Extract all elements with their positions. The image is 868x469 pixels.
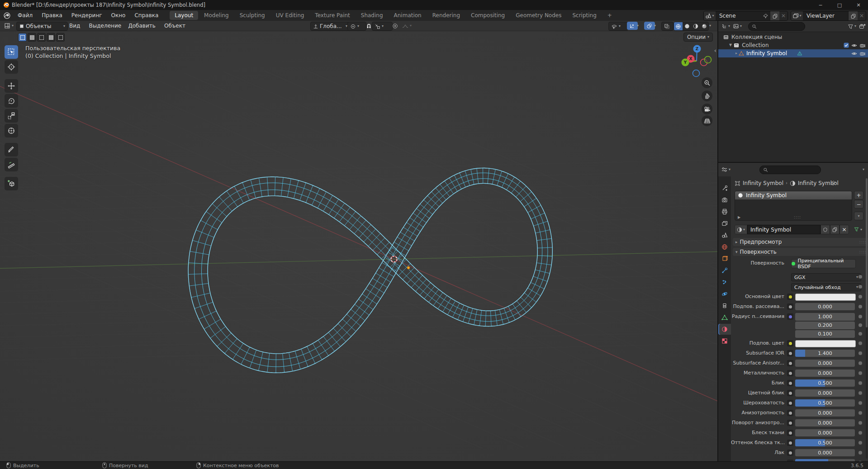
value-slider[interactable]: 0.000 [795,303,855,310]
node-socket[interactable] [787,370,793,376]
shading-material-button[interactable] [691,24,700,29]
maximize-button[interactable]: □ [830,0,849,10]
value-slider[interactable]: 0.000 [795,370,855,377]
decorator-dot[interactable] [859,421,862,425]
value-slider[interactable]: 1.400 [795,350,855,357]
visibility-dropdown[interactable]: ▾ [608,22,628,31]
navigation-gizmo[interactable]: ZXY [676,41,718,83]
value-slider[interactable]: 0.500 [795,379,855,387]
resize-grip[interactable]: :::: [794,215,801,219]
material-name-field[interactable]: Infinity Symbol [747,225,821,234]
new-collection-icon[interactable] [859,23,866,29]
viewlayer-icon[interactable]: ▾ [791,11,803,20]
camera-view-icon[interactable] [702,104,712,114]
tool-transform[interactable] [5,124,18,137]
properties-tab-particles[interactable] [718,277,731,288]
decorator-dot[interactable] [859,381,862,385]
camera-icon[interactable] [859,51,865,57]
node-socket[interactable] [787,303,793,310]
ortho-grid-icon[interactable] [702,115,712,126]
pin-icon[interactable] [761,11,770,20]
tool-annotate[interactable] [5,143,18,156]
scene-selector[interactable]: ▾ Scene ✕ [703,11,788,21]
properties-tab-viewlayer[interactable] [718,218,731,229]
scene-name[interactable]: Scene [716,13,761,19]
node-socket[interactable] [787,294,793,300]
fake-user-shield-icon[interactable] [821,225,830,234]
node-socket[interactable] [787,340,793,346]
decorator-dot[interactable] [859,323,862,327]
xray-toggle[interactable] [661,22,674,31]
tool-move[interactable] [5,79,18,93]
color-swatch[interactable] [795,294,856,301]
decorator-dot[interactable] [859,401,862,405]
expand-arrow-icon[interactable]: ▸ [735,52,737,55]
select-mode-extend[interactable] [28,33,36,42]
copy-icon[interactable] [848,11,858,20]
viewport-canvas[interactable] [0,31,717,461]
workspace-tab-uv-editing[interactable]: UV Editing [271,11,309,20]
workspace-tab-rendering[interactable]: Rendering [427,11,465,20]
proportional-edit-button[interactable] [390,22,401,30]
close-button[interactable]: ✕ [849,0,868,10]
properties-tab-modifiers[interactable] [718,265,731,276]
value-slider[interactable]: 0.500 [795,439,855,446]
node-socket[interactable] [787,400,793,406]
properties-scrollbar-thumb[interactable] [866,178,868,327]
node-socket[interactable] [787,430,793,436]
properties-tab-texture[interactable] [718,336,731,346]
add-slot-button[interactable]: + [854,191,863,199]
outliner[interactable]: ▾ ▾ ▾ Коллекция сцены▼Collection▸Infinit… [718,21,868,163]
properties-tab-data[interactable] [718,312,731,323]
properties-tab-object[interactable] [718,253,731,264]
pin-icon[interactable] [830,180,836,186]
material-browse-dropdown[interactable]: ▾ [735,225,747,234]
properties-tab-tool[interactable] [718,183,731,194]
select-mode-intersect[interactable] [56,33,65,42]
viewport-menu-Вид[interactable]: Вид [66,22,83,30]
gizmos-dropdown[interactable]: ▾ [636,22,640,30]
blender-menu-logo-icon[interactable] [4,12,10,19]
copy-icon[interactable] [770,11,779,20]
slot-specials-dropdown[interactable]: ▾ [854,212,863,220]
node-socket[interactable] [787,390,793,396]
panel-surface[interactable]: ▾ Поверхность :::: [733,248,868,256]
properties-tab-material[interactable] [718,324,731,335]
tool-cursor[interactable] [5,60,18,74]
color-swatch[interactable] [795,340,856,347]
decorator-dot[interactable] [859,305,862,308]
decorator-dot[interactable] [859,371,862,375]
shading-rendered-button[interactable] [700,24,708,29]
tool-rotate[interactable] [5,94,18,108]
workspace-tab-shading[interactable]: Shading [356,11,388,20]
select-mode-new[interactable] [18,33,27,42]
remove-slot-button[interactable]: − [854,200,863,208]
node-socket[interactable] [787,360,793,366]
node-socket[interactable] [787,410,793,416]
decorator-dot[interactable] [859,431,862,435]
options-dropdown[interactable]: Опции▾ [683,33,713,42]
workspace-tab-texture-paint[interactable]: Texture Paint [310,11,355,20]
viewlayer-name[interactable]: ViewLayer [803,13,848,19]
decorator-dot[interactable] [859,391,862,395]
add-workspace-button[interactable]: + [602,11,617,20]
breadcrumb-object[interactable]: Infinity Symbol [743,180,783,186]
falloff-dropdown[interactable]: ▾ [400,22,417,30]
node-socket[interactable] [787,450,793,456]
outliner-row-коллекция-сцены[interactable]: Коллекция сцены [718,33,868,41]
workspace-tab-animation[interactable]: Animation [389,11,427,20]
viewport-menu-Выделение[interactable]: Выделение [86,22,124,30]
minimize-button[interactable]: ─ [811,0,830,10]
value-slider[interactable]: 0.000 [795,429,855,436]
workspace-tab-scripting[interactable]: Scripting [567,11,601,20]
zoom-icon[interactable] [702,77,712,88]
value-slider[interactable]: 0.100 [795,330,855,338]
properties-tab-constraints[interactable] [718,300,731,311]
value-slider[interactable]: 0.000 [795,389,855,397]
overlays-dropdown[interactable]: ▾ [653,22,657,30]
value-slider[interactable]: 0.000 [795,409,855,417]
outliner-row-infinity-symbol[interactable]: ▸Infinity Symbol [718,49,868,57]
node-socket[interactable] [787,440,793,446]
tool-scale[interactable] [5,109,18,123]
menu-Файл[interactable]: Файл [13,11,37,20]
